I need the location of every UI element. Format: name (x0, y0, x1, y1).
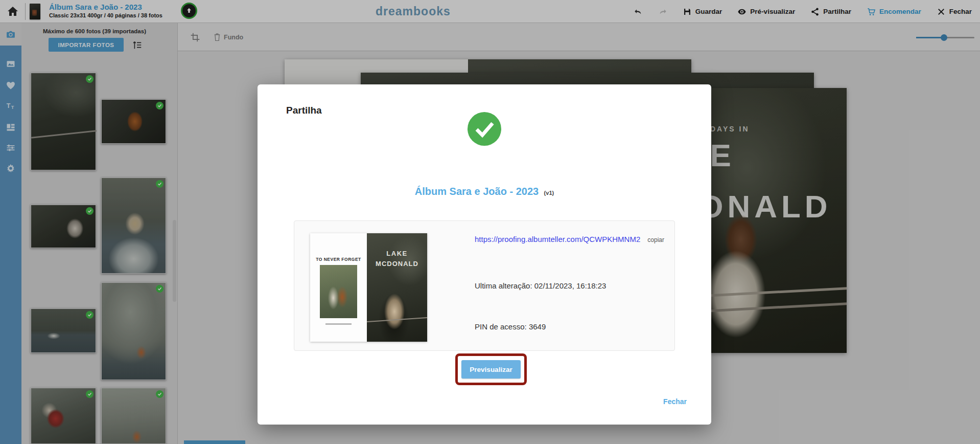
last-change-text: Ultima alteração: 02/11/2023, 16:18:23 (475, 281, 606, 290)
dialog-title: Partilha (286, 105, 322, 116)
front-cover-figure (384, 294, 405, 329)
annotation-highlight-box: Previsualizar (455, 353, 527, 385)
share-url-row: https://proofing.albumteller.com/QCWPKHM… (475, 235, 664, 243)
app-screen: Álbum Sara e João - 2023 Classic 23x31 4… (0, 0, 980, 444)
book-back-cover: TO NEVER FORGET (310, 233, 367, 342)
success-check (467, 112, 502, 146)
copy-url-button[interactable]: copiar (647, 236, 664, 243)
share-info-card: TO NEVER FORGET LAKE MCDONALD https://pr… (294, 220, 675, 351)
shared-album-version: (v1) (544, 190, 554, 196)
pin-text: PIN de acesso: 3649 (475, 322, 546, 331)
front-cover-title-line1: LAKE (367, 250, 427, 257)
share-dialog: Partilha Álbum Sara e João - 2023 (v1) T… (258, 84, 711, 425)
previsualize-button[interactable]: Previsualizar (461, 360, 521, 379)
back-cover-caption (325, 323, 352, 325)
shared-album-title-row: Álbum Sara e João - 2023 (v1) (258, 186, 711, 197)
shared-album-name: Álbum Sara e João - 2023 (415, 186, 539, 197)
front-cover-title-line2: MCDONALD (367, 260, 427, 268)
share-url-link[interactable]: https://proofing.albumteller.com/QCWPKHM… (475, 235, 640, 243)
success-check-icon (467, 112, 502, 146)
book-preview: TO NEVER FORGET LAKE MCDONALD (310, 233, 427, 342)
back-cover-title: TO NEVER FORGET (310, 257, 367, 262)
book-front-cover: LAKE MCDONALD (367, 233, 427, 342)
back-cover-photo (320, 265, 357, 318)
dialog-close-link[interactable]: Fechar (663, 397, 687, 406)
